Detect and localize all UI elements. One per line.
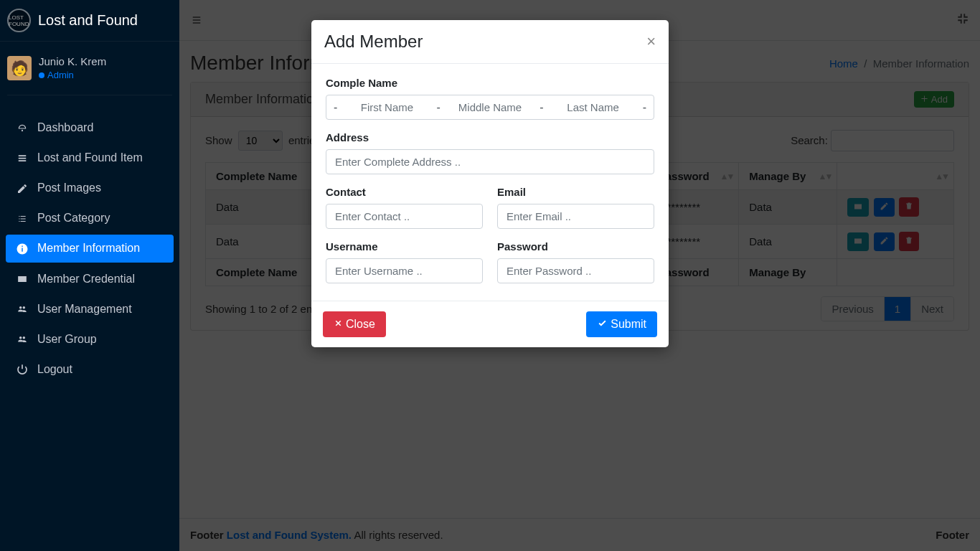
sidebar-item-member-information[interactable]: Member Information [6,235,174,263]
close-icon [334,318,343,331]
svg-rect-2 [22,245,23,247]
power-icon [14,363,30,376]
sidebar: LOST FOUND Lost and Found 🧑 Junio K. Kre… [0,0,179,551]
modal-footer: Close Submit [311,301,669,347]
sidebar-item-label: Logout [37,363,72,376]
label-password: Password [497,240,654,253]
brand-name: Lost and Found [38,12,138,29]
sidebar-item-label: Post Images [37,182,101,194]
middle-name-input[interactable] [448,95,532,119]
user-name: Junio K. Krem [39,55,106,69]
brand[interactable]: LOST FOUND Lost and Found [0,0,179,42]
svg-point-3 [19,306,22,309]
sidebar-item-user-group[interactable]: User Group [6,326,174,353]
add-member-modal: Add Member × Comple Name - - - - Address… [311,20,669,347]
dashboard-icon [14,121,30,134]
sidebar-item-logout[interactable]: Logout [6,356,174,383]
sidebar-divider [7,95,172,95]
contact-input[interactable] [326,204,483,229]
svg-rect-1 [22,248,23,251]
svg-point-6 [23,336,26,339]
submit-button[interactable]: Submit [586,311,657,337]
last-name-input[interactable] [550,95,635,119]
sidebar-item-lost-found-item[interactable]: Lost and Found Item [6,144,174,171]
sidebar-item-label: User Management [37,303,132,316]
users-icon [14,333,30,346]
sidebar-item-label: Member Credential [37,273,135,286]
svg-point-5 [19,336,22,339]
sidebar-item-label: User Group [37,333,97,346]
users-icon [14,303,30,316]
brand-logo: LOST FOUND [7,9,31,32]
sidebar-item-post-images[interactable]: Post Images [6,174,174,202]
list-ul-icon [14,212,30,225]
sidebar-item-dashboard[interactable]: Dashboard [6,114,174,141]
dash-separator: - [636,101,654,114]
sidebar-item-member-credential[interactable]: Member Credential [6,265,174,293]
id-card-icon [14,273,30,286]
close-button[interactable]: Close [323,311,386,337]
modal-header: Add Member × [311,20,669,64]
address-input[interactable] [326,149,654,174]
sidebar-item-label: Post Category [37,212,110,225]
dash-separator: - [532,101,550,114]
username-input[interactable] [326,258,483,283]
sidebar-item-post-category[interactable]: Post Category [6,204,174,232]
dash-separator: - [430,101,448,114]
first-name-input[interactable] [344,95,429,119]
modal-close-button[interactable]: × [646,34,656,50]
sidebar-item-label: Dashboard [37,121,93,134]
submit-button-label: Submit [611,318,646,331]
password-input[interactable] [497,258,654,283]
info-icon [14,242,30,255]
edit-icon [14,182,30,194]
sidebar-item-label: Lost and Found Item [37,151,143,164]
svg-point-4 [23,306,26,309]
label-contact: Contact [326,186,483,198]
sidebar-item-user-management[interactable]: User Management [6,296,174,323]
sidebar-nav: Dashboard Lost and Found Item Post Image… [0,114,179,386]
modal-body: Comple Name - - - - Address Contact Emai… [311,64,669,301]
dash-separator: - [326,101,344,114]
user-role[interactable]: Admin [39,69,106,82]
avatar: 🧑 [7,56,32,80]
label-address: Address [326,131,654,143]
label-username: Username [326,240,483,253]
email-input[interactable] [497,204,654,229]
close-button-label: Close [346,318,375,331]
label-email: Email [497,186,654,198]
user-panel: 🧑 Junio K. Krem Admin [0,46,179,90]
modal-title: Add Member [324,32,423,52]
list-icon [14,151,30,164]
name-input-group: - - - - [326,95,654,120]
check-icon [597,318,608,331]
sidebar-item-label: Member Information [37,242,140,255]
label-complete-name: Comple Name [326,77,654,89]
